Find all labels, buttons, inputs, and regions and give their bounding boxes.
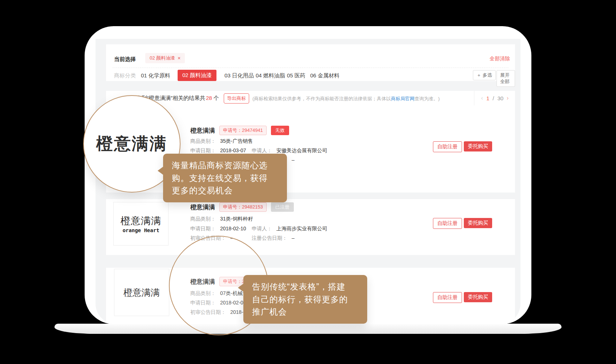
self-register-button[interactable]: 自助注册	[433, 218, 462, 229]
laptop-base	[54, 324, 562, 334]
page-separator: /	[493, 95, 494, 101]
selected-filter-tag[interactable]: 02 颜料油漆 ×	[145, 53, 185, 63]
results-count: 28	[206, 95, 212, 101]
total-pages: 30	[497, 95, 503, 101]
entrust-buy-button[interactable]: 委托购买	[464, 141, 492, 151]
tooltip-marketplace: 海量精品商标资源随心选 购。支持在线交易，获得 更多的交易机会	[163, 154, 287, 202]
multi-select-button[interactable]: ＋ 多选	[473, 70, 496, 80]
row1-applicant: 申请人：安徽美达会展有限公司	[252, 147, 327, 154]
magnified-trademark-text: 橙意满满	[96, 133, 167, 155]
remove-filter-icon[interactable]: ×	[178, 55, 181, 61]
next-page-icon[interactable]: ›	[507, 95, 508, 101]
application-number-tag: 申请号：29474941	[219, 126, 267, 135]
filter-card: 当前选择 02 颜料油漆 × 全部清除 商标分类 01 化学原料 02 颜料油漆…	[106, 44, 515, 81]
selected-filter-tag-text: 02 颜料油漆	[150, 55, 175, 61]
category-item-02-selected[interactable]: 02 颜料油漆	[178, 70, 216, 81]
disclaimer-prefix: (商标检索结果仅供参考，不作为商标能否注册的法律依据；具体以	[252, 96, 391, 101]
tooltip-promotion: 告别传统“发表格”，搭建 自己的标行，获得更多的 推广机会	[243, 275, 367, 324]
status-badge-registered: 已注册	[271, 202, 294, 212]
category-item-04[interactable]: 04 燃料油脂	[256, 72, 285, 79]
current-page: 1	[486, 95, 489, 101]
marketing-canvas: 当前选择 02 颜料油漆 × 全部清除 商标分类 01 化学原料 02 颜料油漆…	[0, 0, 616, 364]
category-item-01[interactable]: 01 化学原料	[141, 72, 170, 79]
trademark-image-text: 橙意满满	[121, 214, 161, 227]
tooltip-arrow-left-icon	[238, 284, 243, 292]
entrust-buy-button[interactable]: 委托购买	[464, 218, 492, 228]
export-trademark-button[interactable]: 导出商标	[224, 93, 249, 104]
trademark-image-3: 橙意满满	[114, 269, 169, 316]
row2-reg-notice: 注册公告日期：–	[252, 235, 295, 242]
entrust-buy-button[interactable]: 委托购买	[464, 292, 492, 302]
trademark-image-2: 橙意满满 orange Heart	[113, 202, 169, 246]
prev-page-icon[interactable]: ‹	[481, 95, 483, 101]
self-register-button[interactable]: 自助注册	[433, 141, 462, 152]
trademark-name: 橙意满满	[190, 203, 215, 211]
pagination: ‹ 1 / 30 ›	[474, 91, 515, 105]
filter-divider	[113, 68, 508, 68]
category-item-06[interactable]: 06 金属材料	[310, 72, 340, 79]
row1-title-line: 橙意满满 申请号：29474941 无效	[190, 126, 289, 135]
self-register-button[interactable]: 自助注册	[433, 292, 462, 303]
status-badge-invalid: 无效	[271, 126, 289, 135]
disclaimer-suffix: 查询为准。)	[414, 96, 439, 101]
trademark-image-text: 橙意满满	[123, 287, 160, 299]
row2-date-line: 申请日期：2018-02-10 申请人：上海雨步实业有限公司	[190, 226, 246, 232]
application-number-tag: 申请号：29482153	[219, 202, 267, 212]
row1-date-line: 申请日期：2018-03-07 申请人：安徽美达会展有限公司	[190, 147, 246, 154]
category-row-label: 商标分类	[114, 72, 136, 79]
expand-all-button[interactable]: 展开全部	[497, 70, 515, 87]
results-summary-suffix: 个	[214, 95, 219, 101]
row2-applicant: 申请人：上海雨步实业有限公司	[252, 226, 327, 232]
trademark-name: 橙意满满	[190, 126, 215, 135]
tooltip-arrow-left-icon	[158, 167, 163, 175]
row1-category-line: 商品类别：35类-广告销售	[190, 138, 253, 145]
disclaimer-note: (商标检索结果仅供参考，不作为商标能否注册的法律依据；具体以商标局官网查询为准。…	[252, 96, 440, 102]
category-item-05[interactable]: 05 医药	[287, 72, 305, 79]
category-item-03[interactable]: 03 日化用品	[224, 72, 254, 79]
results-header: 检索到“橙意满满”相关的结果共28 个 导出商标 (商标检索结果仅供参考，不作为…	[106, 91, 515, 106]
row2-title-line: 橙意满满 申请号：29482153 已注册	[190, 202, 294, 212]
result-row-2: 橙意满满 orange Heart 橙意满满 申请号：29482153 已注册 …	[106, 199, 515, 255]
trademark-office-link[interactable]: 商标局官网	[391, 96, 414, 101]
current-selection-label: 当前选择	[114, 56, 136, 63]
trademark-image-subtext: orange Heart	[122, 227, 159, 233]
row2-category-line: 商品类别：31类-饲料种籽	[190, 216, 253, 222]
clear-all-button[interactable]: 全部清除	[490, 56, 510, 62]
